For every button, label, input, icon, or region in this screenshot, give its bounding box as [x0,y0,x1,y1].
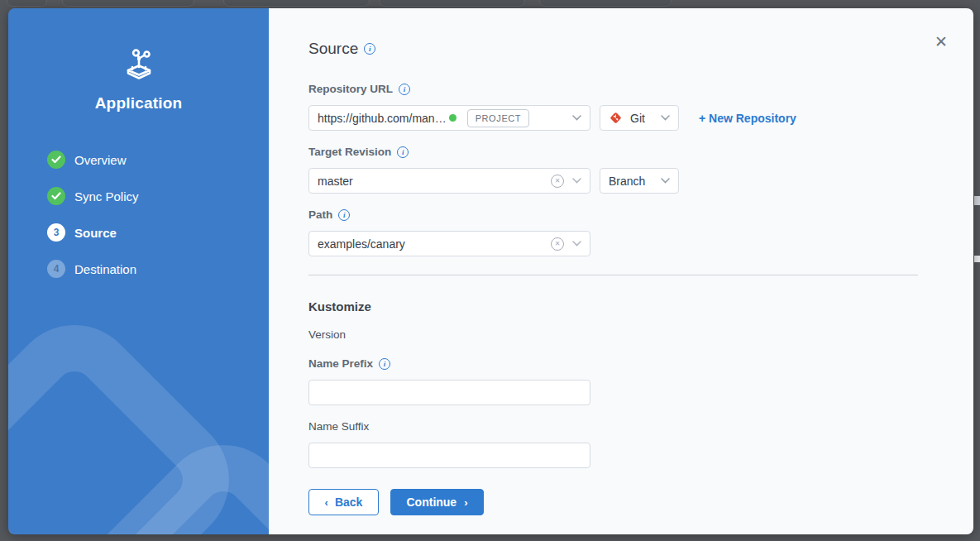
revision-type-value: Branch [609,175,645,188]
path-select[interactable]: examples/canary ✕ [308,231,590,256]
info-icon[interactable]: i [399,84,410,95]
repo-status-dot-icon [449,114,457,122]
name-prefix-label: Name Prefix i [308,357,973,371]
application-logo-icon [120,48,158,81]
info-icon[interactable]: i [364,43,375,55]
chevron-down-icon [572,178,581,184]
repository-type-select[interactable]: Git [600,105,679,131]
backdrop-fragment [974,256,980,262]
project-badge: PROJECT [467,109,530,127]
continue-chevron-icon: › [464,496,467,509]
clear-icon[interactable]: ✕ [551,237,564,251]
page-title: Source [308,40,358,58]
source-step-panel: ✕ Source i Repository URL i https://gith… [269,8,973,534]
revision-type-select[interactable]: Branch [600,168,679,194]
step-overview[interactable]: Overview [47,151,269,169]
step-destination[interactable]: 4 Destination [47,260,269,278]
wizard-title: Application [8,94,269,113]
git-icon [609,111,623,125]
chevron-down-icon [572,241,581,247]
backdrop-tab [7,0,47,7]
backdrop-fragment [974,196,980,205]
application-wizard-modal: Application Overview Sync Policy 3 Sourc… [8,8,973,534]
step-label: Source [74,226,117,240]
path-label: Path i [308,208,973,222]
info-icon[interactable]: i [379,358,390,370]
target-revision-label: Target Revision i [308,145,973,159]
repository-url-label: Repository URL i [308,82,973,96]
name-prefix-input[interactable] [318,381,581,405]
step-number-badge: 4 [47,260,65,278]
version-label: Version [308,328,973,341]
path-value: examples/canary [318,237,405,251]
backdrop-tab [379,0,525,7]
repository-url-select[interactable]: https://github.com/man… PROJECT [308,105,590,131]
clear-icon[interactable]: ✕ [551,175,564,188]
step-number-badge: 3 [47,223,65,242]
new-repository-link[interactable]: + New Repository [699,112,796,125]
back-chevron-icon: ‹ [325,496,328,509]
chevron-down-icon [661,178,670,184]
repository-type-value: Git [630,112,645,125]
check-icon [47,187,65,205]
target-revision-select[interactable]: master ✕ [308,168,590,194]
kustomize-heading: Kustomize [308,299,973,313]
target-revision-value: master [318,175,353,188]
check-icon [47,151,65,169]
section-divider [308,275,918,275]
step-label: Destination [74,262,136,276]
name-suffix-label: Name Suffix [308,419,973,433]
repository-url-value: https://github.com/man… [318,112,447,125]
info-icon[interactable]: i [397,146,409,158]
chevron-down-icon [572,115,581,121]
step-sync-policy[interactable]: Sync Policy [47,187,269,205]
name-suffix-input[interactable] [318,443,581,467]
wizard-steps: Overview Sync Policy 3 Source 4 Destinat… [8,151,269,278]
backdrop-tab [539,0,672,7]
backdrop-tab [223,0,370,7]
backdrop-tab [62,0,194,7]
info-icon[interactable]: i [338,209,350,221]
continue-button[interactable]: Continue › [390,489,484,515]
back-button[interactable]: ‹ Back [308,489,379,515]
close-icon[interactable]: ✕ [932,33,950,51]
step-label: Overview [74,153,127,167]
wizard-sidebar: Application Overview Sync Policy 3 Sourc… [8,8,269,534]
step-label: Sync Policy [74,189,139,203]
chevron-down-icon [661,115,670,121]
step-source[interactable]: 3 Source [47,223,269,242]
